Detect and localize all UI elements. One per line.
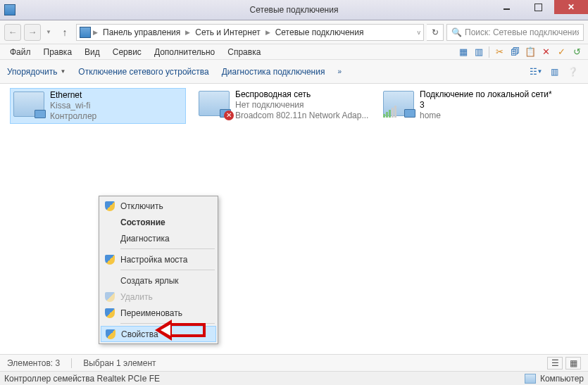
cmd-overflow[interactable]: » <box>337 68 342 75</box>
computer-label: Компьютер <box>540 374 584 384</box>
connection-name: Подключение по локальной сети* 3 <box>420 89 555 111</box>
network-adapter-icon <box>382 89 415 118</box>
delete-icon[interactable]: ✕ <box>539 46 553 58</box>
search-placeholder: Поиск: Сетевые подключения <box>465 27 579 37</box>
shield-icon <box>105 292 115 302</box>
separator <box>120 270 215 270</box>
window-title: Сетевые подключения <box>250 5 339 15</box>
back-button[interactable]: ← <box>4 24 21 41</box>
titlebar: Сетевые подключения <box>0 0 588 20</box>
preview-icon[interactable]: ▥ <box>472 46 486 58</box>
cmd-organize-label: Упорядочить <box>7 67 57 77</box>
breadcrumb-seg-3[interactable]: Сетевые подключения <box>273 27 367 37</box>
network-adapter-icon: ✕ <box>197 89 231 118</box>
chevron-down-icon: ▼ <box>60 68 65 75</box>
connection-local[interactable]: Подключение по локальной сети* 3 home <box>380 88 556 122</box>
view-toggles: ☰ ▦ <box>547 357 581 370</box>
computer-icon <box>525 374 536 384</box>
up-button[interactable]: ↑ <box>56 24 73 41</box>
cmd-right-tools: ☷ ▼ ▥ ❔ <box>527 64 581 80</box>
ctx-shortcut[interactable]: Создать ярлык <box>101 272 216 289</box>
separator <box>71 358 72 368</box>
history-dropdown[interactable]: ▼ <box>44 29 54 35</box>
ctx-delete: Удалить <box>101 289 216 305</box>
breadcrumb-seg-1[interactable]: Панель управления <box>100 27 183 37</box>
undo-icon[interactable]: ✓ <box>554 46 568 58</box>
separator <box>120 248 215 249</box>
menubar-tools: ▦ ▥ ✂ 🗐 📋 ✕ ✓ ↺ <box>456 46 584 58</box>
details-view-icon[interactable]: ☰ <box>547 357 563 370</box>
menu-help[interactable]: Справка <box>222 46 266 58</box>
help-icon[interactable]: ❔ <box>564 64 581 80</box>
device-name: Контроллер семейства Realtek PCIe FE <box>4 374 160 384</box>
menu-extra[interactable]: Дополнительно <box>149 46 220 58</box>
command-bar: Упорядочить ▼ Отключение сетевого устрой… <box>0 60 588 84</box>
navigation-bar: ← → ▼ ↑ ▶ Панель управления ▶ Сеть и Инт… <box>0 20 588 44</box>
search-icon: 🔍 <box>451 27 462 37</box>
connection-sub1: Kissa_wi-fi <box>50 101 96 111</box>
status-bar: Элементов: 3 Выбран 1 элемент ☰ ▦ <box>0 354 588 371</box>
connection-text: Подключение по локальной сети* 3 home <box>420 89 555 121</box>
content-area: Ethernet Kissa_wi-fi Контроллер ✕ Беспро… <box>0 84 588 368</box>
window-controls <box>491 0 588 14</box>
network-adapter-icon <box>12 90 46 118</box>
connection-text: Беспроводная сеть Нет подключения Broadc… <box>235 89 368 121</box>
shield-icon <box>106 329 115 339</box>
chevron-right-icon: ▶ <box>265 29 271 36</box>
menu-service[interactable]: Сервис <box>107 46 147 58</box>
refresh-button[interactable]: ↻ <box>427 24 444 41</box>
error-badge-icon: ✕ <box>224 111 234 120</box>
connection-name: Беспроводная сеть <box>235 89 368 100</box>
preview-pane-icon[interactable]: ▥ <box>546 64 563 80</box>
ctx-diagnose[interactable]: Диагностика <box>101 230 216 246</box>
connection-name: Ethernet <box>50 90 96 101</box>
status-count: Элементов: 3 <box>7 358 60 368</box>
annotation-arrow <box>170 323 206 337</box>
details-right: Компьютер <box>525 374 584 384</box>
shield-icon <box>105 255 115 265</box>
ctx-bridge[interactable]: Настройка моста <box>101 251 216 267</box>
redo-icon[interactable]: ↺ <box>570 46 584 58</box>
ctx-rename[interactable]: Переименовать <box>101 305 216 321</box>
shield-icon <box>105 308 115 318</box>
menu-view[interactable]: Вид <box>79 46 106 58</box>
search-input[interactable]: 🔍 Поиск: Сетевые подключения <box>446 24 584 41</box>
details-bar: Контроллер семейства Realtek PCIe FE Ком… <box>0 371 588 385</box>
ctx-status[interactable]: Состояние <box>101 214 216 230</box>
view-mode-icon[interactable]: ☷ ▼ <box>527 64 544 80</box>
minimize-button[interactable] <box>491 0 523 14</box>
menu-file[interactable]: Файл <box>4 46 37 58</box>
connection-text: Ethernet Kissa_wi-fi Контроллер <box>50 90 96 122</box>
connection-sub2: Контроллер <box>50 111 96 122</box>
menu-edit[interactable]: Правка <box>38 46 78 58</box>
location-icon <box>80 27 91 38</box>
cmd-disable-device[interactable]: Отключение сетевого устройства <box>78 67 208 77</box>
paste-icon[interactable]: 📋 <box>523 46 537 58</box>
layout-icon[interactable]: ▦ <box>456 46 470 58</box>
connection-sub1: Нет подключения <box>235 100 368 111</box>
maximize-button[interactable] <box>523 0 554 14</box>
icons-view-icon[interactable]: ▦ <box>565 357 581 370</box>
cmd-diagnose[interactable]: Диагностика подключения <box>222 67 325 77</box>
connection-sub2: Broadcom 802.11n Network Adap... <box>235 111 368 121</box>
menubar: Файл Правка Вид Сервис Дополнительно Спр… <box>0 44 588 60</box>
separator <box>489 46 489 58</box>
cut-icon[interactable]: ✂ <box>492 46 506 58</box>
chevron-right-icon: ▶ <box>184 29 191 36</box>
status-selected: Выбран 1 элемент <box>83 358 156 368</box>
app-icon <box>4 4 15 15</box>
shield-icon <box>105 201 115 211</box>
close-button[interactable] <box>554 0 588 14</box>
breadcrumb-seg-2[interactable]: Сеть и Интернет <box>192 27 263 37</box>
copy-icon[interactable]: 🗐 <box>508 46 522 58</box>
connection-wireless[interactable]: ✕ Беспроводная сеть Нет подключения Broa… <box>196 88 372 122</box>
connection-sub2: home <box>420 111 555 121</box>
connection-ethernet[interactable]: Ethernet Kissa_wi-fi Контроллер <box>10 88 186 124</box>
breadcrumb-dropdown-icon[interactable]: v <box>418 29 421 36</box>
cmd-organize[interactable]: Упорядочить ▼ <box>7 67 65 77</box>
ctx-disable[interactable]: Отключить <box>101 198 216 214</box>
breadcrumb[interactable]: ▶ Панель управления ▶ Сеть и Интернет ▶ … <box>76 24 424 41</box>
forward-button[interactable]: → <box>24 24 41 41</box>
chevron-right-icon: ▶ <box>92 29 99 36</box>
signal-bars-icon <box>383 106 396 118</box>
